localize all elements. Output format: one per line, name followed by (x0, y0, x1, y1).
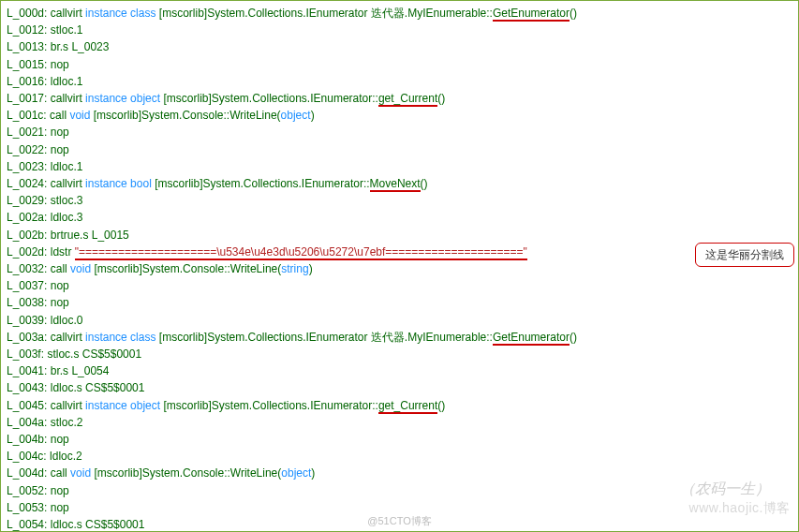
code-line: L_000d: callvirt instance class [mscorli… (7, 5, 792, 22)
opcode: nop (51, 433, 69, 446)
line-address: L_000d: (7, 7, 51, 20)
line-address: L_0015: (7, 58, 51, 71)
code-line: L_0032: call void [mscorlib]System.Conso… (7, 260, 792, 277)
op-arg: CS$5$0001 (82, 347, 141, 361)
opcode: call (50, 109, 67, 122)
code-line: L_003a: callvirt instance class [mscorli… (7, 329, 792, 346)
paren-close: ) (311, 109, 315, 122)
opcode: stloc.2 (51, 416, 83, 429)
opcode: nop (51, 484, 69, 497)
line-address: L_002d: (7, 245, 51, 259)
code-line: L_0052: nop (7, 482, 792, 499)
code-lines: L_000d: callvirt instance class [mscorli… (7, 5, 792, 532)
code-line: L_0038: nop (7, 294, 792, 311)
code-line: L_0045: callvirt instance object [mscorl… (7, 397, 792, 414)
line-address: L_0016: (7, 75, 51, 88)
code-line: L_0022: nop (7, 141, 792, 158)
paren-close: ) (311, 466, 315, 480)
line-address: L_0052: (7, 484, 51, 497)
line-address: L_0045: (7, 399, 51, 412)
call-target: [mscorlib]System.Console::WriteLine( (94, 262, 281, 275)
code-line: L_0041: br.s L_0054 (7, 362, 792, 379)
opcode: nop (51, 143, 69, 156)
code-line: L_0053: nop (7, 499, 792, 516)
line-address: L_0054: (7, 518, 51, 531)
line-address: L_0024: (7, 177, 51, 190)
call-target: [mscorlib]System.Console::WriteLine( (94, 466, 281, 480)
string-literal: "=====================\u534e\u4e3d\u5206… (75, 245, 527, 260)
paren: () (437, 399, 445, 412)
line-address: L_004a: (7, 416, 51, 429)
opcode: ldloc.s (51, 518, 82, 531)
opcode: ldloc.2 (50, 450, 82, 463)
line-address: L_004c: (7, 450, 50, 463)
opcode: callvirt (51, 92, 82, 105)
opcode: br.s (51, 40, 68, 53)
line-address: L_0041: (7, 364, 51, 377)
paren: () (437, 92, 445, 105)
call-target: [mscorlib]System.Collections.IEnumerator… (159, 7, 493, 20)
code-line: L_0023: ldloc.1 (7, 158, 792, 175)
line-address: L_004b: (7, 433, 51, 446)
code-line: L_0037: nop (7, 277, 792, 294)
method-name: GetEnumerator (493, 7, 570, 22)
code-line: L_004a: stloc.2 (7, 414, 792, 431)
code-line: L_001c: call void [mscorlib]System.Conso… (7, 107, 792, 124)
opcode: br.s (51, 364, 68, 377)
code-line: L_004d: call void [mscorlib]System.Conso… (7, 465, 792, 481)
opcode: stloc.1 (51, 23, 83, 37)
keyword: object (281, 109, 311, 122)
line-address: L_0039: (7, 314, 51, 327)
code-line: L_0054: ldloc.s CS$5$0001 (7, 516, 792, 532)
opcode: call (51, 466, 67, 480)
code-line: L_0016: ldloc.1 (7, 73, 792, 90)
code-line: L_003f: stloc.s CS$5$0001 (7, 346, 792, 362)
code-line: L_0043: ldloc.s CS$5$0001 (7, 379, 792, 396)
opcode: stloc.s (47, 347, 79, 361)
line-address: L_002b: (7, 229, 51, 242)
line-address: L_0023: (7, 160, 51, 173)
line-address: L_002a: (7, 211, 51, 224)
keyword: instance object (85, 399, 160, 412)
op-arg: L_0015 (92, 229, 129, 242)
keyword: instance object (85, 92, 160, 105)
call-target: [mscorlib]System.Collections.IEnumerator… (159, 331, 493, 344)
op-arg: L_0054 (71, 364, 109, 377)
line-address: L_003a: (7, 331, 51, 344)
keyword: void (70, 262, 91, 275)
opcode: call (51, 262, 67, 275)
code-line: L_0039: ldloc.0 (7, 312, 792, 329)
line-address: L_0032: (7, 262, 51, 275)
keyword: instance bool (85, 177, 152, 190)
code-line: L_0015: nop (7, 56, 792, 73)
opcode: nop (51, 279, 69, 292)
code-line: L_004b: nop (7, 431, 792, 448)
method-name: get_Current (378, 399, 437, 414)
line-address: L_0053: (7, 501, 51, 514)
op-arg: CS$5$0001 (85, 381, 144, 394)
opcode: ldloc.3 (51, 211, 83, 224)
code-line: L_002b: brtrue.s L_0015 (7, 227, 792, 244)
line-address: L_0022: (7, 143, 51, 156)
code-line: L_0012: stloc.1 (7, 22, 792, 38)
code-line: L_0013: br.s L_0023 (7, 38, 792, 55)
line-address: L_0029: (7, 194, 51, 207)
method-name: MoveNext (370, 177, 421, 192)
opcode: callvirt (51, 7, 82, 20)
opcode: callvirt (51, 177, 82, 190)
callout-divider-note: 这是华丽分割线 (695, 243, 794, 267)
line-address: L_0037: (7, 279, 51, 292)
keyword: string (281, 262, 308, 275)
opcode: nop (51, 296, 69, 309)
keyword: object (281, 466, 311, 480)
call-target: [mscorlib]System.Collections.IEnumerator… (155, 177, 369, 190)
code-line: L_0029: stloc.3 (7, 192, 792, 209)
opcode: ldloc.1 (51, 160, 83, 173)
opcode: brtrue.s (51, 229, 89, 242)
code-line: L_0024: callvirt instance bool [mscorlib… (7, 175, 792, 192)
opcode: stloc.3 (51, 194, 83, 207)
call-target: [mscorlib]System.Collections.IEnumerator… (163, 399, 377, 412)
opcode: nop (51, 58, 69, 71)
opcode: ldloc.0 (51, 314, 83, 327)
code-line: L_002d: ldstr "=====================\u53… (7, 244, 792, 260)
